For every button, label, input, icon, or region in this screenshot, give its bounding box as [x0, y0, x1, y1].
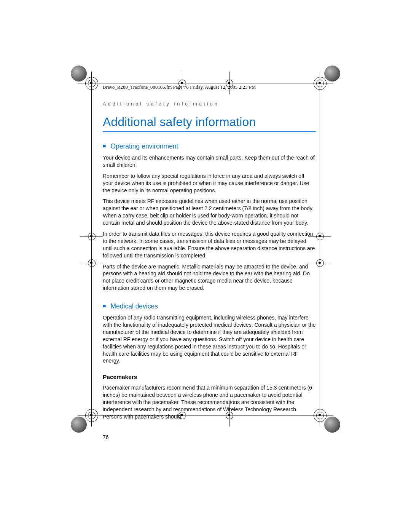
crop-line-top	[78, 83, 333, 83]
body-paragraph: This device meets RF exposure guidelines…	[103, 198, 316, 227]
body-paragraph: Pacemaker manufacturers recommend that a…	[103, 384, 316, 420]
running-head: Additional safety information	[103, 101, 316, 107]
section-heading-operating-environment: Operating environment	[103, 142, 316, 150]
body-paragraph: Remember to follow any special regulatio…	[103, 173, 316, 194]
corner-ball-bottom-left	[71, 417, 87, 433]
page-root: Bravo_R200_Tracfone_080105.fm Page 76 Fr…	[0, 0, 411, 532]
crop-line-left	[91, 72, 92, 423]
section-heading-medical-devices: Medical devices	[103, 302, 316, 310]
file-tag: Bravo_R200_Tracfone_080105.fm Page 76 Fr…	[103, 85, 316, 90]
corner-ball-bottom-right	[324, 417, 340, 433]
page-title: Additional safety information	[103, 115, 316, 129]
crop-line-right	[320, 72, 320, 423]
corner-ball-top-right	[324, 66, 340, 81]
body-paragraph: In order to transmit data files or messa…	[103, 230, 316, 259]
corner-ball-top-left	[71, 66, 87, 81]
subsection-heading-pacemakers: Pacemakers	[103, 374, 316, 380]
content-area: Bravo_R200_Tracfone_080105.fm Page 76 Fr…	[103, 85, 316, 440]
title-rule	[103, 131, 316, 132]
page-number: 76	[103, 434, 316, 440]
body-paragraph: Your device and its enhancements may con…	[103, 154, 316, 169]
body-paragraph: Operation of any radio transmitting equi…	[103, 314, 316, 364]
body-paragraph: Parts of the device are magnetic. Metall…	[103, 263, 316, 292]
